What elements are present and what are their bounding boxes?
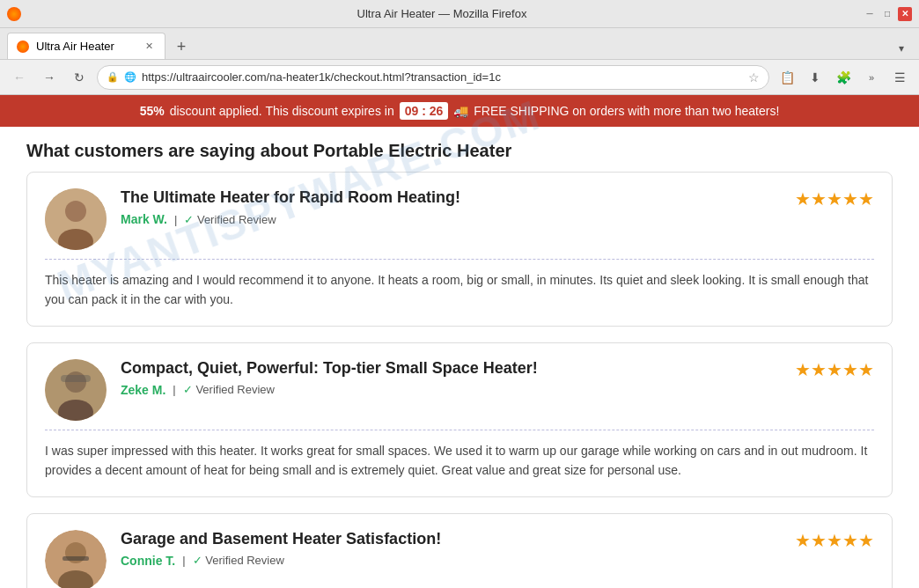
review-body: This heater is amazing and I would recom…: [45, 259, 874, 310]
review-author-line: Mark W. | Verified Review: [121, 212, 874, 226]
avatar: [45, 359, 107, 421]
verified-badge: Verified Review: [193, 554, 284, 567]
nav-actions: 📋 ⬇ 🧩 » ☰: [775, 65, 912, 90]
bookmark-star-icon[interactable]: ☆: [748, 70, 760, 85]
review-card: Compact, Quiet, Powerful: Top-tier Small…: [26, 342, 893, 497]
review-author-line: Zeke M. | Verified Review: [121, 383, 874, 397]
title-bar: Ultra Air Heater — Mozilla Firefox ─ □ ✕: [0, 0, 919, 28]
download-button[interactable]: ⬇: [803, 65, 827, 90]
avatar: [45, 530, 107, 588]
review-title: Garage and Basement Heater Satisfaction!: [121, 530, 874, 548]
address-bar[interactable]: 🔒 🌐 https://ultraaircooler.com/na-heater…: [97, 65, 769, 90]
reviewer-name: Connie T.: [121, 554, 175, 568]
countdown-timer: 09 : 26: [400, 102, 449, 120]
star-rating: ★★★★★: [795, 359, 874, 380]
reload-button[interactable]: ↻: [67, 65, 92, 90]
reviewer-name: Mark W.: [121, 212, 167, 226]
review-author-line: Connie T. | Verified Review: [121, 554, 874, 568]
review-body: I was super impressed with this heater. …: [45, 430, 874, 481]
back-button[interactable]: ←: [7, 65, 32, 90]
banner-message-after: FREE SHIPPING on orders with more than t…: [474, 104, 779, 118]
navigation-bar: ← → ↻ 🔒 🌐 https://ultraaircooler.com/na-…: [0, 60, 919, 95]
tab-overflow-button[interactable]: ▾: [891, 38, 912, 59]
section-title: What customers are saying about Portable…: [0, 127, 919, 172]
shipping-icon: 🚚: [453, 104, 468, 118]
page-content: What customers are saying about Portable…: [0, 127, 919, 588]
star-rating: ★★★★★: [795, 188, 874, 209]
banner-message-before: discount applied. This discount expires …: [170, 104, 394, 118]
address-icon: 🌐: [124, 71, 136, 83]
active-tab[interactable]: Ultra Air Heater ✕: [7, 33, 165, 59]
svg-point-1: [65, 201, 86, 222]
review-header: Compact, Quiet, Powerful: Top-tier Small…: [45, 359, 874, 421]
verified-badge: Verified Review: [184, 213, 276, 226]
tab-bar: Ultra Air Heater ✕ + ▾: [0, 28, 919, 60]
divider: |: [173, 383, 175, 396]
avatar-image: [45, 188, 107, 250]
forward-button[interactable]: →: [37, 65, 62, 90]
review-meta: The Ultimate Heater for Rapid Room Heati…: [121, 188, 874, 226]
window-title: Ultra Air Heater — Mozilla Firefox: [21, 7, 863, 20]
svg-rect-6: [61, 375, 91, 382]
minimize-button[interactable]: ─: [863, 7, 877, 21]
reviewer-name: Zeke M.: [121, 383, 165, 397]
star-rating: ★★★★★: [795, 530, 874, 551]
security-lock-icon: 🔒: [107, 71, 119, 83]
review-meta: Garage and Basement Heater Satisfaction!…: [121, 530, 874, 568]
more-tools-button[interactable]: »: [859, 65, 884, 90]
discount-percent: 55%: [140, 104, 165, 118]
avatar: [45, 188, 107, 250]
review-card: Garage and Basement Heater Satisfaction!…: [26, 513, 893, 588]
maximize-button[interactable]: □: [880, 7, 894, 21]
extensions-button[interactable]: 🧩: [831, 65, 856, 90]
discount-banner: 55% discount applied. This discount expi…: [0, 95, 919, 127]
close-button[interactable]: ✕: [898, 7, 912, 21]
window-controls: ─ □ ✕: [863, 7, 912, 21]
tab-close-button[interactable]: ✕: [142, 40, 156, 54]
tab-favicon: [17, 40, 29, 53]
tab-label: Ultra Air Heater: [36, 40, 114, 53]
review-header: The Ultimate Heater for Rapid Room Heati…: [45, 188, 874, 250]
avatar-image: [45, 359, 107, 421]
verified-badge: Verified Review: [183, 383, 275, 396]
svg-rect-10: [62, 556, 89, 561]
menu-button[interactable]: ☰: [887, 65, 912, 90]
pocket-button[interactable]: 📋: [775, 65, 799, 90]
review-meta: Compact, Quiet, Powerful: Top-tier Small…: [121, 359, 874, 397]
url-display[interactable]: https://ultraaircooler.com/na-heater1k/c…: [142, 70, 743, 84]
review-title: Compact, Quiet, Powerful: Top-tier Small…: [121, 359, 874, 378]
avatar-image: [45, 530, 107, 588]
divider: |: [182, 554, 185, 567]
firefox-logo: [7, 7, 21, 21]
url-text: https://ultraaircooler.com/na-heater1k/c…: [142, 70, 501, 84]
review-header: Garage and Basement Heater Satisfaction!…: [45, 530, 874, 588]
review-title: The Ultimate Heater for Rapid Room Heati…: [121, 188, 874, 207]
divider: |: [174, 213, 177, 226]
title-bar-left: [7, 7, 21, 21]
new-tab-button[interactable]: +: [169, 34, 194, 59]
review-card: The Ultimate Heater for Rapid Room Heati…: [26, 172, 893, 327]
